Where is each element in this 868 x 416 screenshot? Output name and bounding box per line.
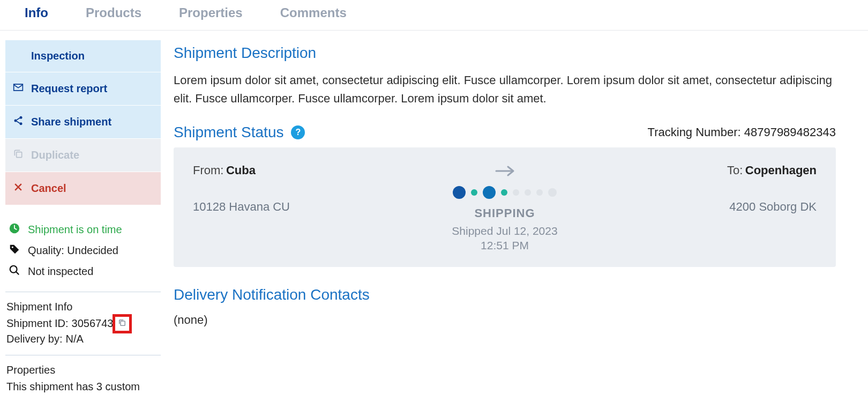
sidebar: Inspection Request report Share shipment — [0, 31, 161, 416]
sidebar-action-label: Request report — [31, 83, 107, 95]
sidebar-action-label: Inspection — [31, 50, 85, 62]
clock-icon — [9, 222, 20, 237]
search-icon — [9, 264, 20, 279]
copy-shipment-id-button[interactable] — [113, 314, 132, 333]
sidebar-action-share-shipment[interactable]: Share shipment — [5, 106, 161, 139]
sidebar-action-label: Cancel — [31, 182, 66, 195]
tracking-number: Tracking Number: 48797989482343 — [648, 125, 836, 139]
svg-rect-7 — [121, 321, 125, 325]
copy-icon — [117, 318, 127, 330]
tab-info[interactable]: Info — [25, 5, 48, 20]
shipment-id-row: Shipment ID: 3056743 — [6, 317, 160, 330]
shipment-id-value: 3056743 — [72, 317, 114, 330]
action-list: Inspection Request report Share shipment — [5, 40, 161, 205]
status-to-col: To: Copenhagen 4200 Soborg DK — [699, 164, 817, 214]
shipment-description-text: Lorem ipsum dolor sit amet, consectetur … — [174, 71, 836, 108]
shipment-status-card: From: Cuba 10128 Havana CU — [174, 147, 836, 267]
status-state-line2: 12:51 PM — [452, 238, 557, 252]
tab-products[interactable]: Products — [86, 5, 141, 20]
svg-point-6 — [10, 266, 17, 273]
svg-point-5 — [12, 247, 13, 248]
progress-dot — [453, 186, 466, 199]
envelope-icon — [13, 82, 24, 95]
progress-dot — [548, 188, 557, 197]
properties-block: Properties This shipment has 3 custom — [5, 364, 161, 393]
copy-icon — [13, 148, 24, 162]
status-quality: Quality: Undecided — [9, 240, 158, 261]
progress-dot — [536, 189, 543, 196]
shipment-id-label: Shipment ID: — [6, 317, 69, 330]
from-label: From: — [193, 164, 223, 177]
status-state: SHIPPING — [474, 206, 535, 220]
shipment-status-header: Shipment Status ? Tracking Number: 48797… — [174, 124, 836, 141]
delivery-by-value: N/A — [65, 333, 83, 345]
divider — [5, 292, 161, 292]
tab-comments[interactable]: Comments — [280, 5, 347, 20]
shipment-status-heading: Shipment Status — [174, 124, 283, 141]
status-progress-col: SHIPPING Shipped Jul 12, 2023 12:51 PM — [311, 164, 699, 253]
progress-dots — [453, 186, 557, 199]
shipment-description-heading: Shipment Description — [174, 44, 836, 62]
contacts-heading: Delivery Notification Contacts — [174, 286, 836, 303]
svg-point-0 — [14, 120, 17, 122]
status-on-time: Shipment is on time — [9, 219, 158, 240]
tab-bar: Info Products Properties Comments — [0, 0, 868, 31]
to-value: Copenhagen — [745, 164, 817, 177]
progress-dot — [471, 189, 477, 196]
tracking-value: 48797989482343 — [744, 125, 836, 139]
properties-line: This shipment has 3 custom — [6, 381, 160, 393]
from-value: Cuba — [226, 164, 256, 177]
tag-icon — [9, 243, 20, 258]
status-quality-label: Quality: Undecided — [28, 244, 118, 257]
status-state-line1: Shipped Jul 12, 2023 — [452, 224, 557, 238]
shipment-info-title: Shipment Info — [6, 301, 160, 313]
contacts-value: (none) — [174, 313, 836, 327]
progress-dot — [525, 189, 531, 196]
main-panel: Shipment Description Lorem ipsum dolor s… — [161, 31, 868, 416]
status-from-col: From: Cuba 10128 Havana CU — [193, 164, 311, 214]
delivery-by-label: Delivery by: — [6, 333, 62, 345]
status-on-time-label: Shipment is on time — [28, 224, 122, 236]
sidebar-action-duplicate: Duplicate — [5, 139, 161, 172]
from-address: 10128 Havana CU — [193, 200, 311, 214]
help-icon[interactable]: ? — [291, 125, 305, 139]
progress-dot — [513, 189, 519, 196]
sidebar-action-cancel[interactable]: Cancel — [5, 172, 161, 205]
status-inspected: Not inspected — [9, 261, 158, 282]
tracking-label: Tracking Number: — [648, 125, 741, 139]
shipment-info-block: Shipment Info Shipment ID: 3056743 Deliv… — [5, 301, 161, 345]
arrow-right-icon — [494, 164, 515, 181]
to-label: To: — [727, 164, 743, 177]
divider — [5, 355, 161, 355]
sidebar-action-request-report[interactable]: Request report — [5, 72, 161, 106]
delivery-by-row: Delivery by: N/A — [6, 333, 160, 345]
progress-dot — [483, 186, 496, 199]
sidebar-action-label: Duplicate — [31, 149, 79, 161]
status-inspected-label: Not inspected — [28, 265, 93, 278]
share-icon — [13, 115, 24, 129]
svg-point-1 — [20, 116, 23, 119]
svg-rect-3 — [17, 152, 22, 158]
sidebar-action-inspection[interactable]: Inspection — [5, 40, 161, 72]
sidebar-action-label: Share shipment — [31, 116, 111, 128]
tab-properties[interactable]: Properties — [179, 5, 243, 20]
close-icon — [13, 182, 24, 195]
properties-title: Properties — [6, 364, 160, 376]
status-list: Shipment is on time Quality: Undecided N… — [5, 219, 161, 282]
progress-dot — [501, 189, 507, 196]
svg-point-2 — [20, 122, 23, 125]
to-address: 4200 Soborg DK — [699, 200, 817, 214]
